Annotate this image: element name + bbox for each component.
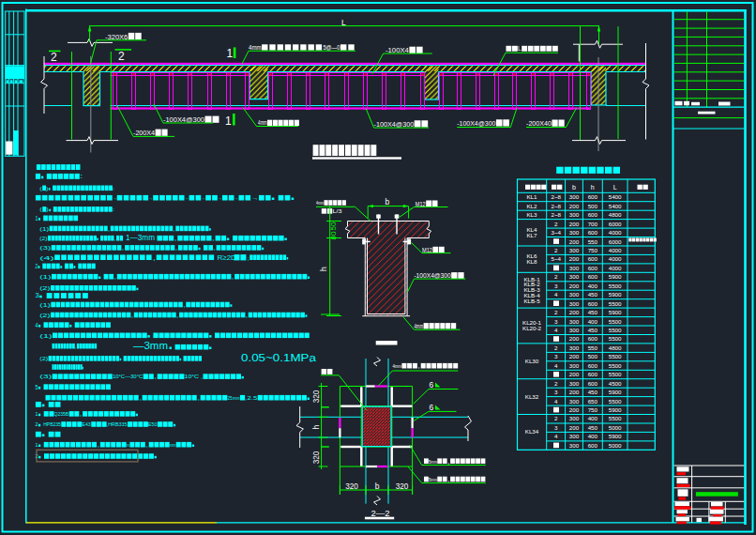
svg-text:→: → <box>113 194 116 201</box>
svg-text:→: → <box>202 194 205 201</box>
svg-text:KL7: KL7 <box>526 232 537 238</box>
svg-text:600: 600 <box>588 265 598 271</box>
svg-text:Q235B: Q235B <box>54 410 69 417</box>
svg-text:6: 6 <box>430 380 434 390</box>
svg-text:80: 80 <box>329 231 338 239</box>
svg-text:,: , <box>75 343 77 349</box>
svg-text:5900: 5900 <box>609 433 622 439</box>
svg-text:320: 320 <box>312 390 321 403</box>
svg-text:,: , <box>108 225 111 232</box>
svg-text:4mm: 4mm <box>249 44 262 51</box>
svg-text:4000: 4000 <box>609 229 622 236</box>
svg-text:200: 200 <box>569 238 580 245</box>
svg-text:200: 200 <box>569 309 580 315</box>
svg-text:2: 2 <box>51 51 57 64</box>
svg-text:750: 750 <box>588 406 598 413</box>
svg-text:2~8: 2~8 <box>551 211 561 218</box>
svg-text:→: → <box>149 194 153 201</box>
svg-text:,: , <box>113 273 117 280</box>
svg-text:KL20-2: KL20-2 <box>522 325 542 331</box>
svg-text:,: , <box>154 373 158 379</box>
svg-text:2: 2 <box>554 309 558 315</box>
svg-text:4000: 4000 <box>609 247 622 253</box>
svg-text:4: 4 <box>35 322 38 329</box>
svg-text:,: , <box>173 225 175 232</box>
svg-text:5500: 5500 <box>609 398 622 405</box>
svg-text:(2): (2) <box>39 284 50 291</box>
svg-text:600: 600 <box>588 380 598 387</box>
svg-text:→: → <box>219 194 222 201</box>
svg-text:3~4: 3~4 <box>551 229 561 236</box>
svg-text:4: 4 <box>554 433 558 439</box>
svg-text:,: , <box>245 312 248 318</box>
svg-text:1: 1 <box>225 115 232 128</box>
svg-text:5~4: 5~4 <box>551 255 561 262</box>
svg-text:450: 450 <box>588 424 598 431</box>
svg-text:5500: 5500 <box>609 371 622 377</box>
svg-text:300: 300 <box>569 362 580 369</box>
svg-text:200: 200 <box>569 389 580 395</box>
svg-text:→: → <box>234 194 238 201</box>
svg-text:5500: 5500 <box>609 353 622 359</box>
svg-text:5900: 5900 <box>609 291 622 298</box>
svg-text:5: 5 <box>35 384 38 390</box>
svg-text:,: , <box>114 235 116 241</box>
svg-text:1: 1 <box>35 441 38 448</box>
svg-text:KL34: KL34 <box>525 428 539 435</box>
svg-text:h: h <box>311 424 321 429</box>
svg-text:3: 3 <box>35 292 39 298</box>
svg-text:600: 600 <box>588 335 598 342</box>
svg-text:300: 300 <box>569 211 580 218</box>
svg-text:10°C ,: 10°C , <box>185 373 204 379</box>
svg-text:,: , <box>175 244 178 251</box>
svg-text:2: 2 <box>554 380 558 387</box>
svg-text:300: 300 <box>569 380 580 387</box>
svg-text:,: , <box>232 273 235 280</box>
svg-text:5mm: 5mm <box>429 476 437 482</box>
svg-text:5500: 5500 <box>609 335 622 342</box>
svg-text:5mm: 5mm <box>429 458 437 465</box>
svg-text:200: 200 <box>569 221 580 227</box>
svg-text:5000: 5000 <box>609 424 622 431</box>
svg-text:HPB235: HPB235 <box>43 420 61 427</box>
svg-text:1: 1 <box>35 215 38 222</box>
svg-text:E43: E43 <box>82 420 91 427</box>
svg-text:KLB-5: KLB-5 <box>523 298 540 304</box>
svg-text:200: 200 <box>569 283 580 289</box>
svg-text:320: 320 <box>396 482 409 491</box>
svg-text:3: 3 <box>554 424 558 431</box>
svg-text:3: 3 <box>554 353 558 359</box>
svg-text:400: 400 <box>588 433 598 439</box>
svg-text:4000: 4000 <box>609 255 622 262</box>
svg-text:,HRB335: ,HRB335 <box>107 420 128 427</box>
svg-text:300: 300 <box>569 398 580 405</box>
svg-text:L: L <box>613 184 617 191</box>
svg-text:(2): (2) <box>39 312 50 318</box>
svg-text:320: 320 <box>345 482 358 491</box>
svg-text:4: 4 <box>554 327 558 333</box>
svg-text:650: 650 <box>588 398 598 405</box>
svg-text:,: , <box>197 394 201 401</box>
svg-text:320: 320 <box>312 451 321 464</box>
svg-text:200: 200 <box>569 406 580 413</box>
svg-text:450: 450 <box>588 327 598 333</box>
svg-text:,: , <box>131 312 134 318</box>
svg-text:2: 2 <box>554 247 558 253</box>
svg-text:(1): (1) <box>39 301 51 308</box>
svg-text:5400: 5400 <box>609 203 622 209</box>
svg-text:m: m <box>127 441 129 448</box>
svg-text:550: 550 <box>588 238 598 245</box>
svg-text:2: 2 <box>35 420 38 427</box>
svg-text::: : <box>113 185 115 191</box>
svg-text:25mm: 25mm <box>228 394 240 401</box>
svg-text:4500: 4500 <box>609 380 622 387</box>
svg-text:(1): (1) <box>39 225 49 232</box>
svg-text:300: 300 <box>569 229 580 236</box>
svg-text:KL30: KL30 <box>525 358 539 364</box>
svg-text:KL8: KL8 <box>526 258 537 265</box>
svg-text:2: 2 <box>554 273 558 280</box>
svg-text:6000: 6000 <box>609 238 622 245</box>
svg-text:4mm: 4mm <box>392 362 401 369</box>
svg-text:400: 400 <box>588 283 598 289</box>
svg-text:4mm: 4mm <box>316 199 324 206</box>
